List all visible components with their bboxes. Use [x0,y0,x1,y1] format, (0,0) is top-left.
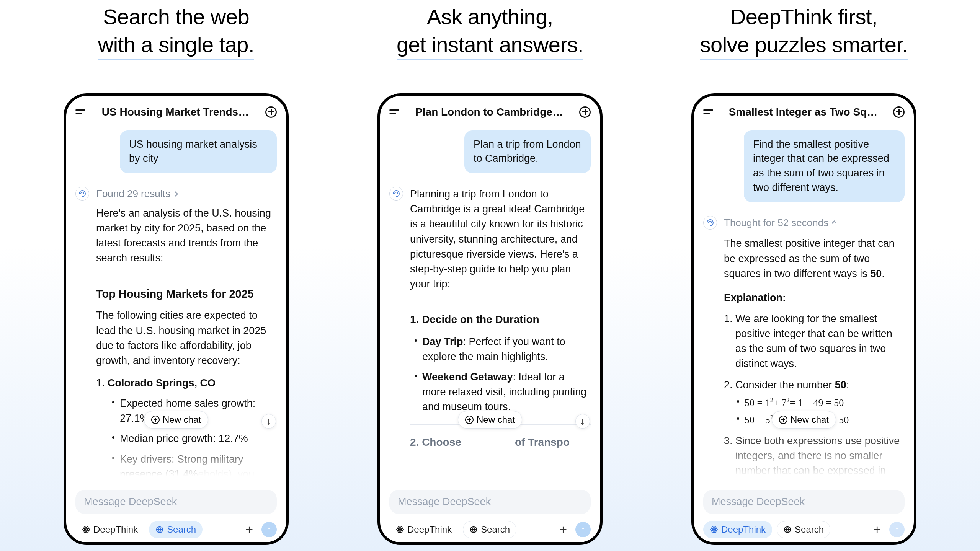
bottom-toolbar: DeepThink Search + ↑ [703,518,905,542]
user-message: US housing market analysis by city [120,130,277,173]
ai-response: Found 29 results Here's an analysis of t… [75,187,277,488]
city-list: Colorado Springs, CO Expected home sales… [96,376,277,482]
list-item: Since both expressions use positive inte… [724,434,905,489]
scroll-down-button[interactable]: ↓ [575,414,590,429]
search-chip[interactable]: Search [463,521,516,538]
new-chat-pill[interactable]: New chat [772,411,836,429]
chevron-up-icon [831,220,837,226]
detail-item: Key drivers: Strong military presence (3… [112,452,277,482]
headline-line2: with a single tap. [98,31,254,59]
promo-column-1: Search the web with a single tap. US Hou… [27,0,325,551]
arrow-up-icon: ↑ [267,524,271,535]
explanation-list: We are looking for the smallest positive… [724,311,905,490]
phone-mockup: US Housing Market Trends… US housing mar… [64,93,289,545]
globe-icon [783,525,792,534]
arrow-down-icon: ↓ [266,416,271,427]
send-button[interactable]: ↑ [261,522,277,537]
user-message: Plan a trip from London to Cambridge. [464,130,591,173]
plus-circle-icon [151,416,160,424]
explanation-heading: Explanation: [724,290,905,305]
input-placeholder: Message DeepSeek [712,496,896,508]
ai-avatar-icon [75,187,89,201]
chevron-right-icon [173,191,178,197]
atom-icon [396,525,404,534]
message-input[interactable]: Message DeepSeek [703,490,905,514]
ai-content: Found 29 results Here's an analysis of t… [96,187,277,488]
section-heading-cut: 2. Choose xxxxxxxx of Transpo [410,435,591,450]
list-item: Day Trip: Perfect if you want to explore… [415,334,591,364]
headline-line2: get instant answers. [397,31,583,59]
ai-content: Thought for 52 seconds The smallest posi… [724,216,905,490]
new-chat-icon[interactable] [265,106,277,118]
chat-area: US housing market analysis by city Found… [75,121,277,490]
thought-indicator[interactable]: Thought for 52 seconds [724,216,905,230]
city-details: Expected home sales growth: 27.1% Median… [108,396,277,482]
phone-mockup: Smallest Integer as Two Sq… Find the sma… [691,93,916,545]
new-chat-pill[interactable]: New chat [144,411,208,429]
arrow-down-icon: ↓ [580,416,585,427]
new-chat-pill[interactable]: New chat [458,411,522,429]
search-chip[interactable]: Search [149,521,203,538]
headline: Search the web with a single tap. [98,3,254,59]
list-item: Weekend Getaway: Ideal for a more relaxe… [415,370,591,414]
phone-mockup: Plan London to Cambridge… Plan a trip fr… [377,93,603,545]
topbar: US Housing Market Trends… [75,104,277,121]
scroll-down-button[interactable]: ↓ [261,414,276,429]
menu-icon[interactable] [703,109,713,116]
message-input[interactable]: Message DeepSeek [389,490,591,514]
divider [410,302,591,302]
deepthink-chip[interactable]: DeepThink [75,521,144,538]
user-message: Find the smallest positive integer that … [744,130,905,202]
promo-column-3: DeepThink first, solve puzzles smarter. … [655,0,953,551]
answer-text: The smallest positive integer that can b… [724,236,905,281]
bottom-toolbar: DeepThink Search + ↑ [75,518,277,542]
input-placeholder: Message DeepSeek [398,496,582,508]
headline-line1: Search the web [98,3,254,31]
plus-circle-icon [465,416,474,424]
ai-avatar-icon [389,187,403,201]
atom-icon [82,525,90,534]
headline: Ask anything, get instant answers. [397,3,583,59]
divider [96,276,277,276]
headline: DeepThink first, solve puzzles smarter. [700,3,908,59]
chat-title: Plan London to Cambridge… [399,106,579,118]
chat-title: Smallest Integer as Two Sq… [713,106,893,118]
list-item: Colorado Springs, CO Expected home sales… [96,376,277,482]
ai-response: Thought for 52 seconds The smallest posi… [703,216,905,490]
plus-circle-icon [779,416,787,424]
attach-button[interactable]: + [242,522,257,537]
svg-point-0 [85,529,87,530]
arrow-up-icon: ↑ [581,524,585,535]
message-input[interactable]: Message DeepSeek [75,490,277,514]
globe-icon [469,525,478,534]
atom-icon [710,525,718,534]
ai-avatar-icon [703,216,717,230]
chat-title: US Housing Market Trends… [85,106,265,118]
search-chip[interactable]: Search [777,521,830,538]
globe-icon [155,525,164,534]
arrow-up-icon: ↑ [895,524,899,535]
attach-button[interactable]: + [555,522,571,537]
section-heading: Top Housing Markets for 2025 [96,286,277,302]
deepthink-chip[interactable]: DeepThink [703,521,772,538]
input-placeholder: Message DeepSeek [84,496,268,508]
send-button[interactable]: ↑ [889,522,905,537]
equation: 50 = 12+ 72= 1 + 49 = 50 [735,396,905,410]
new-chat-icon[interactable] [893,106,905,118]
list-item: We are looking for the smallest positive… [724,311,905,372]
send-button[interactable]: ↑ [575,522,591,537]
promo-column-2: Ask anything, get instant answers. Plan … [341,0,639,551]
headline-line1: DeepThink first, [700,3,908,31]
headline-line1: Ask anything, [397,3,583,31]
detail-item: Median price growth: 12.7% [112,431,277,446]
svg-point-10 [713,529,715,530]
intro-text: Planning a trip from London to Cambridge… [410,187,591,292]
deepthink-chip[interactable]: DeepThink [389,521,458,538]
search-results-link[interactable]: Found 29 results [96,187,277,201]
menu-icon[interactable] [75,109,85,116]
menu-icon[interactable] [389,109,399,116]
attach-button[interactable]: + [869,522,885,537]
section-heading: 1. Decide on the Duration [410,312,591,328]
intro-text: Here's an analysis of the U.S. housing m… [96,206,277,266]
new-chat-icon[interactable] [579,106,591,118]
